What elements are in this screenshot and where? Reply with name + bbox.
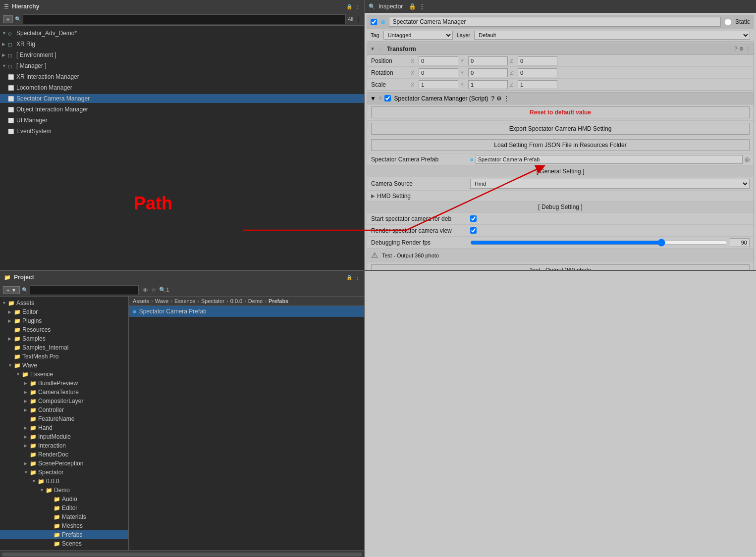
inspector-menu-icon[interactable]: ⋮ [419, 3, 425, 10]
project-search-icon: 🔍 [22, 287, 28, 293]
asset-item-inputmodule[interactable]: ▶ 📁 InputModule [0, 432, 128, 441]
editor2-label: Editor [62, 505, 77, 511]
asset-item-spectator[interactable]: ▼ 📁 Spectator [0, 468, 128, 477]
layer-select[interactable]: Default [474, 31, 750, 40]
breadcrumb-demo[interactable]: Demo [248, 298, 263, 304]
asset-item-000[interactable]: ▼ 📁 0.0.0 [0, 477, 128, 486]
script-toggle-arrow[interactable]: ▼ [370, 95, 376, 102]
asset-item-textmesh[interactable]: 📁 TextMesh Pro [0, 352, 128, 361]
warning-icon: ⚠ [371, 251, 378, 260]
tree-item-object-interaction[interactable]: ⬜ Object Interaction Manager [0, 104, 364, 115]
hierarchy-lock-icon[interactable]: 🔒 [346, 4, 352, 9]
prefab-field-label: Spectator Camera Prefab [371, 156, 470, 163]
asset-item-controller[interactable]: ▶ 📁 Controller [0, 405, 128, 414]
transform-toggle-arrow[interactable]: ▼ [370, 46, 375, 51]
hierarchy-menu-icon[interactable]: ⋮ [355, 4, 360, 9]
asset-item-essence[interactable]: ▼ 📁 Essence [0, 370, 128, 379]
breadcrumb-spectator[interactable]: Spectator [201, 298, 224, 304]
pos-x-input[interactable] [419, 56, 458, 65]
hierarchy-add-btn[interactable]: + [3, 15, 13, 23]
inspector-lock-icon[interactable]: 🔒 [409, 3, 416, 10]
asset-item-materials[interactable]: 📁 Materials [0, 512, 128, 521]
breadcrumb-prefabs[interactable]: Prefabs [269, 298, 288, 304]
rot-x-input[interactable] [419, 68, 458, 77]
asset-item-interaction[interactable]: ▶ 📁 Interaction [0, 441, 128, 450]
gameobj-enabled-checkbox[interactable] [371, 19, 377, 25]
asset-item-plugins[interactable]: ▶ 📁 Plugins [0, 316, 128, 325]
asset-item-wave[interactable]: ▼ 📁 Wave [0, 361, 128, 370]
asset-item-compositorlayer[interactable]: ▶ 📁 CompositorLayer [0, 397, 128, 405]
prefab-field-input[interactable] [476, 155, 743, 164]
rot-y-input[interactable] [468, 68, 508, 77]
render-view-checkbox[interactable] [470, 227, 477, 234]
scale-y-input[interactable] [468, 80, 508, 89]
test-btn[interactable]: Test - Output 360 photo [371, 264, 750, 270]
project-scrollbar[interactable] [0, 550, 364, 557]
asset-item-cameratexture[interactable]: ▶ 📁 CameraTexture [0, 388, 128, 397]
asset-item-demo[interactable]: ▼ 📁 Demo [0, 486, 128, 495]
asset-item-editor2[interactable]: 📁 Editor [0, 504, 128, 512]
tree-item-environment[interactable]: ▶ ◻ [ Environment ] [0, 50, 364, 60]
gameobj-name-input[interactable] [389, 17, 721, 27]
hmd-setting-row[interactable]: ▶ HMD Setting [367, 191, 754, 202]
asset-item-editor[interactable]: ▶ 📁 Editor [0, 307, 128, 316]
hierarchy-options-icon[interactable]: ⋮ [355, 16, 361, 23]
tag-select[interactable]: Untagged [383, 31, 453, 40]
scale-z-input[interactable] [518, 80, 557, 89]
project-zoom-icon[interactable]: 🔍1 [159, 287, 169, 293]
pos-y-input[interactable] [468, 56, 508, 65]
transform-settings-icon[interactable]: ⚙ [739, 46, 744, 51]
scale-x-input[interactable] [419, 80, 458, 89]
asset-item-prefabs[interactable]: 📁 Prefabs [0, 530, 128, 539]
asset-item-resources[interactable]: 📁 Resources [0, 325, 128, 334]
script-enabled-checkbox[interactable] [384, 95, 391, 101]
spectator-prefab-file[interactable]: ■ Spectator Camera Prefab [129, 306, 364, 317]
export-btn[interactable]: Export Spectator Camera HMD Setting [371, 123, 750, 135]
script-menu-icon[interactable]: ⋮ [503, 95, 509, 102]
asset-item-samples-internal[interactable]: 📁 Samples_Internal [0, 343, 128, 352]
breadcrumb-wave[interactable]: Wave [155, 298, 169, 304]
tree-item-manager[interactable]: ▼ ◻ [ Manager ] [0, 60, 364, 71]
tree-item-spectator-demo[interactable]: ▼ ◇ Spectator_Adv_Demo* [0, 28, 364, 39]
asset-item-featurename[interactable]: 📁 FeatureName [0, 414, 128, 423]
asset-item-hand[interactable]: ▶ 📁 Hand [0, 423, 128, 432]
project-eye-icon[interactable]: 👁 [143, 287, 148, 293]
load-btn[interactable]: Load Setting From JSON File in Resources… [371, 139, 750, 151]
reset-btn[interactable]: Reset to default value [371, 106, 750, 118]
breadcrumb-assets[interactable]: Assets [133, 298, 149, 304]
script-help-icon[interactable]: ? [491, 95, 495, 102]
pos-z-input[interactable] [518, 56, 557, 65]
breadcrumb-essence[interactable]: Essence [174, 298, 195, 304]
asset-item-sceneperception[interactable]: ▶ 📁 ScenePerception [0, 459, 128, 468]
script-settings-icon[interactable]: ⚙ [496, 95, 502, 102]
hierarchy-search-input[interactable] [23, 14, 345, 24]
project-add-btn[interactable]: + ▼ [3, 286, 20, 294]
tree-item-locomotion[interactable]: ⬜ Locomotion Manager [0, 82, 364, 93]
tree-item-xr-interaction[interactable]: ⬜ XR Interaction Manager [0, 71, 364, 82]
asset-item-bundlepreview[interactable]: ▶ 📁 BundlePreview [0, 379, 128, 388]
asset-item-assets[interactable]: ▼ 📁 Assets [0, 299, 128, 307]
asset-item-scenes[interactable]: 📁 Scenes [0, 539, 128, 548]
debug-fps-value[interactable] [730, 238, 750, 247]
static-checkbox[interactable] [725, 19, 731, 25]
tree-item-ui-manager[interactable]: ⬜ UI Manager [0, 115, 364, 126]
project-search-input[interactable] [30, 285, 139, 295]
asset-item-samples[interactable]: ▶ 📁 Samples [0, 334, 128, 343]
project-menu-icon[interactable]: ⋮ [355, 275, 360, 280]
tree-item-xr-rig[interactable]: ▶ ◻ XR Rig [0, 39, 364, 50]
tree-item-event-system[interactable]: ⬜ EventSystem [0, 126, 364, 137]
prefab-target-icon[interactable]: ◎ [745, 156, 750, 163]
rot-z-input[interactable] [518, 68, 557, 77]
tree-item-spectator-camera-mgr[interactable]: ⬜ Spectator Camera Manager [0, 93, 364, 104]
project-lock-icon[interactable]: 🔒 [346, 275, 352, 280]
asset-item-renderdoc[interactable]: 📁 RenderDoc [0, 450, 128, 459]
asset-item-meshes[interactable]: 📁 Meshes [0, 521, 128, 530]
breadcrumb-version[interactable]: 0.0.0 [230, 298, 242, 304]
transform-help-icon[interactable]: ? [734, 46, 737, 51]
start-spectator-checkbox[interactable] [470, 215, 477, 222]
debug-fps-slider[interactable] [470, 239, 728, 247]
project-star-icon[interactable]: ☆ [151, 287, 156, 293]
asset-item-audio[interactable]: 📁 Audio [0, 495, 128, 504]
transform-menu-icon[interactable]: ⋮ [746, 46, 751, 51]
camera-source-select[interactable]: Hmd External [470, 179, 750, 189]
